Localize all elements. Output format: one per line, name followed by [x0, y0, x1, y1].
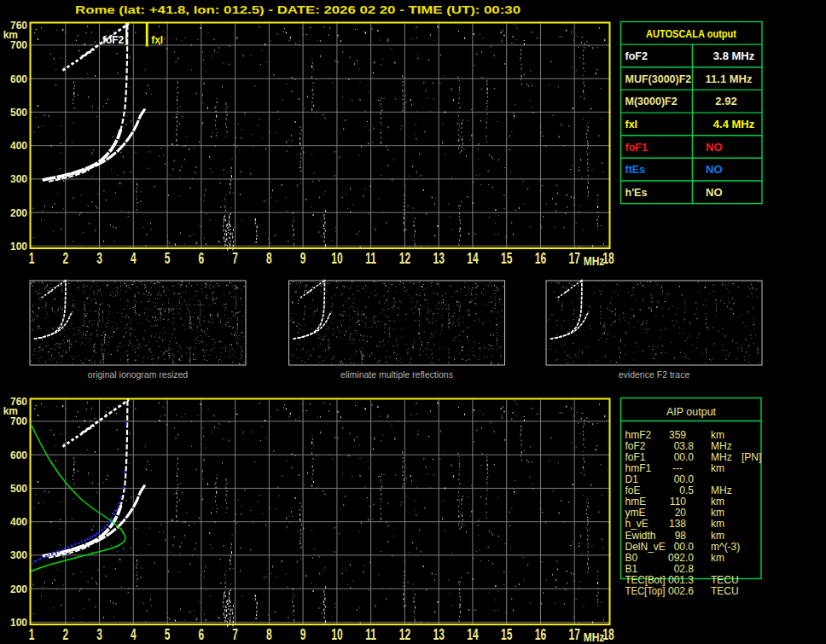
svg-text:3: 3 [96, 249, 102, 266]
svg-text:2: 2 [62, 625, 68, 642]
svg-text:TECU: TECU [711, 585, 739, 597]
svg-text:100: 100 [10, 241, 27, 252]
svg-text:00.0: 00.0 [674, 473, 695, 485]
svg-text:foE: foE [625, 484, 641, 496]
svg-text:fxI: fxI [625, 119, 638, 131]
svg-text:1: 1 [29, 625, 35, 642]
svg-text:110: 110 [670, 496, 686, 508]
svg-text:14: 14 [467, 625, 479, 642]
svg-text:MHz: MHz [711, 484, 732, 496]
svg-text:DelN_vE: DelN_vE [625, 541, 666, 553]
svg-text:MUF(3000)F2: MUF(3000)F2 [625, 73, 692, 85]
svg-text:h_vE: h_vE [625, 518, 649, 530]
svg-text:400: 400 [10, 516, 27, 528]
svg-text:---: --- [672, 462, 683, 474]
svg-text:0.5: 0.5 [679, 484, 694, 496]
svg-text:7: 7 [232, 249, 238, 266]
svg-text:km: km [711, 429, 724, 441]
svg-text:00.0: 00.0 [674, 541, 695, 553]
svg-text:001.3: 001.3 [668, 574, 694, 586]
svg-text:B1: B1 [625, 563, 638, 575]
svg-text:600: 600 [10, 73, 27, 85]
svg-text:evidence F2 trace: evidence F2 trace [619, 369, 690, 380]
svg-text:15: 15 [501, 625, 513, 642]
svg-text:18: 18 [602, 249, 614, 266]
svg-text:200: 200 [10, 583, 27, 595]
svg-text:3.8 MHz: 3.8 MHz [713, 49, 755, 62]
svg-text:[PN]: [PN] [742, 451, 761, 463]
svg-text:600: 600 [10, 450, 27, 461]
svg-text:100: 100 [10, 617, 27, 629]
svg-text:TEC[Top]: TEC[Top] [625, 585, 666, 597]
svg-text:NO: NO [706, 163, 723, 176]
svg-text:5: 5 [165, 249, 171, 266]
svg-text:7: 7 [232, 625, 238, 642]
svg-text:foF2: foF2 [625, 440, 646, 452]
svg-text:TECU: TECU [711, 574, 739, 586]
svg-text:359: 359 [669, 429, 686, 441]
svg-text:8: 8 [266, 249, 272, 266]
svg-text:12: 12 [399, 625, 410, 642]
svg-text:8: 8 [266, 625, 272, 642]
svg-text:5: 5 [165, 625, 171, 642]
svg-text:400: 400 [10, 140, 27, 152]
svg-text:13: 13 [433, 249, 445, 266]
svg-text:13: 13 [433, 625, 445, 642]
svg-text:MHz: MHz [584, 254, 605, 268]
svg-text:6: 6 [198, 625, 204, 642]
svg-text:3: 3 [96, 625, 102, 642]
svg-text:M(3000)F2: M(3000)F2 [625, 96, 678, 107]
svg-text:NO: NO [706, 186, 723, 199]
svg-text:fxI: fxI [151, 34, 163, 46]
svg-text:10: 10 [331, 625, 342, 642]
svg-text:foF1: foF1 [625, 451, 646, 463]
svg-text:4: 4 [131, 625, 137, 642]
svg-text:Ewidth: Ewidth [625, 530, 656, 542]
svg-text:00.0: 00.0 [674, 451, 695, 463]
svg-text:14: 14 [467, 249, 479, 266]
svg-text:AUTOSCALA output: AUTOSCALA output [646, 28, 737, 40]
svg-text:ftEs: ftEs [625, 164, 646, 176]
svg-text:m^(-3): m^(-3) [711, 541, 740, 553]
svg-text:200: 200 [10, 207, 27, 219]
svg-text:AIP output: AIP output [666, 406, 717, 418]
svg-text:12: 12 [399, 249, 410, 266]
svg-text:9: 9 [300, 625, 306, 642]
svg-text:20: 20 [675, 507, 687, 519]
svg-text:10: 10 [331, 249, 342, 266]
svg-text:700: 700 [10, 415, 27, 427]
svg-text:hmF1: hmF1 [625, 462, 652, 474]
svg-text:km: km [711, 518, 724, 530]
svg-text:foF2: foF2 [102, 34, 125, 46]
svg-text:1: 1 [29, 249, 35, 266]
svg-text:02.8: 02.8 [674, 563, 695, 575]
svg-text:700: 700 [10, 39, 27, 51]
svg-text:D1: D1 [625, 473, 639, 485]
svg-text:km: km [711, 552, 724, 564]
svg-text:6: 6 [198, 249, 204, 266]
svg-text:km: km [711, 507, 724, 519]
svg-text:138: 138 [669, 518, 686, 530]
svg-text:MHz: MHz [711, 440, 732, 452]
svg-text:092.0: 092.0 [668, 552, 694, 564]
svg-text:MHz: MHz [711, 451, 732, 463]
svg-text:11.1 MHz: 11.1 MHz [706, 73, 753, 85]
svg-text:hmE: hmE [625, 496, 647, 508]
svg-text:ymE: ymE [625, 507, 646, 519]
svg-text:MHz: MHz [584, 630, 605, 644]
svg-text:11: 11 [365, 625, 376, 642]
svg-text:km: km [711, 462, 724, 474]
svg-text:9: 9 [300, 249, 306, 266]
svg-text:4: 4 [131, 249, 137, 266]
svg-text:17: 17 [569, 249, 580, 266]
svg-text:17: 17 [569, 625, 580, 642]
svg-text:B0: B0 [625, 552, 638, 564]
svg-text:Rome (lat: +41.8, lon: 012.5): Rome (lat: +41.8, lon: 012.5) - DATE: 20… [75, 3, 521, 16]
svg-text:2: 2 [62, 249, 68, 266]
svg-text:2.92: 2.92 [715, 95, 736, 107]
svg-text:16: 16 [535, 625, 546, 642]
svg-text:foF1: foF1 [625, 142, 648, 154]
svg-text:foF2: foF2 [625, 50, 648, 62]
svg-text:500: 500 [10, 483, 27, 495]
svg-text:NO: NO [706, 141, 723, 154]
